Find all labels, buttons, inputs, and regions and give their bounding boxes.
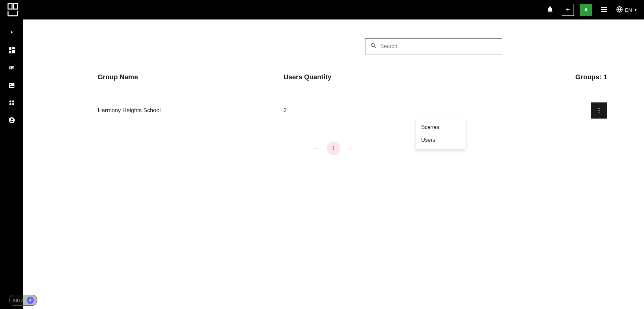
arrow-right-icon: → xyxy=(348,145,354,152)
pagination: ← 1 → xyxy=(23,142,644,155)
sidebar xyxy=(0,19,23,309)
search-container xyxy=(365,38,502,54)
account-circle-icon xyxy=(8,117,15,125)
hamburger-icon xyxy=(600,5,608,14)
pagination-prev-button[interactable]: ← xyxy=(311,143,321,154)
more-vertical-icon xyxy=(596,107,602,115)
row-actions-dropdown: Scenes Users xyxy=(416,118,465,149)
sparkle-icon: ✦ xyxy=(29,298,32,303)
sidebar-item-dashboard[interactable] xyxy=(0,42,23,60)
sidebar-item-media[interactable] xyxy=(0,77,23,95)
pagination-next-button[interactable]: → xyxy=(346,143,356,154)
topbar-actions: + A EN ▼ xyxy=(544,3,637,16)
sidebar-expand-toggle[interactable] xyxy=(0,26,23,39)
svg-point-15 xyxy=(9,100,11,102)
main-content: Group Name Users Quantity Groups: 1 Harm… xyxy=(23,19,644,309)
avatar-initial: A xyxy=(584,7,588,12)
apps-icon xyxy=(8,99,15,107)
dropdown-item-users[interactable]: Users xyxy=(416,134,465,146)
search-input[interactable] xyxy=(380,43,497,49)
notifications-button[interactable] xyxy=(544,4,556,16)
svg-point-17 xyxy=(9,103,11,105)
bell-icon xyxy=(546,6,554,14)
shortcut-widget[interactable]: Alt+A ✦ xyxy=(9,295,37,306)
table-row: Harmony Heights School 2 xyxy=(98,102,607,119)
pagination-page-current[interactable]: 1 xyxy=(327,142,340,155)
language-code: EN xyxy=(625,7,632,13)
row-more-button[interactable] xyxy=(591,102,607,119)
sidebar-item-apps[interactable] xyxy=(0,95,23,112)
svg-rect-0 xyxy=(8,4,12,9)
dashboard-icon xyxy=(8,47,15,55)
svg-point-14 xyxy=(10,84,11,85)
search-box xyxy=(365,38,502,54)
svg-point-22 xyxy=(598,109,599,111)
sidebar-item-collections[interactable] xyxy=(0,60,23,77)
table-header: Group Name Users Quantity Groups: 1 xyxy=(98,73,607,81)
svg-rect-1 xyxy=(13,4,17,9)
cell-actions xyxy=(591,102,607,119)
search-icon xyxy=(370,42,377,50)
column-header-group-name: Group Name xyxy=(98,73,284,81)
svg-point-18 xyxy=(12,103,14,105)
avatar-button[interactable]: A xyxy=(580,4,592,16)
svg-rect-8 xyxy=(12,50,15,53)
globe-icon xyxy=(616,6,623,14)
svg-rect-6 xyxy=(9,47,11,50)
menu-button[interactable] xyxy=(598,3,610,16)
svg-point-21 xyxy=(598,107,599,108)
svg-rect-3 xyxy=(601,9,607,10)
image-icon xyxy=(8,82,15,90)
shortcut-label: Alt+A xyxy=(12,298,24,303)
svg-point-12 xyxy=(10,68,11,69)
app-logo[interactable] xyxy=(7,2,21,17)
plus-icon: + xyxy=(566,5,570,14)
chevron-right-icon xyxy=(10,29,13,35)
svg-point-16 xyxy=(12,100,14,102)
add-button[interactable]: + xyxy=(562,4,574,16)
collections-icon xyxy=(8,64,15,73)
column-header-groups-count: Groups: 1 xyxy=(576,73,607,81)
chevron-down-icon: ▼ xyxy=(634,8,637,12)
sidebar-item-account[interactable] xyxy=(0,112,23,130)
top-bar: + A EN ▼ xyxy=(0,0,644,19)
svg-rect-9 xyxy=(9,51,11,53)
dropdown-item-scenes[interactable]: Scenes xyxy=(416,121,465,134)
arrow-left-icon: ← xyxy=(313,145,319,152)
cell-group-name: Harmony Heights School xyxy=(98,107,284,114)
column-header-users-quantity: Users Quantity xyxy=(284,73,445,81)
svg-rect-7 xyxy=(12,47,15,49)
svg-rect-2 xyxy=(601,7,607,8)
svg-point-23 xyxy=(598,112,599,113)
svg-rect-4 xyxy=(601,11,607,12)
shortcut-badge: ✦ xyxy=(27,297,34,304)
cell-users-quantity: 2 xyxy=(284,107,445,114)
language-selector[interactable]: EN ▼ xyxy=(616,6,637,14)
svg-point-20 xyxy=(11,119,13,121)
